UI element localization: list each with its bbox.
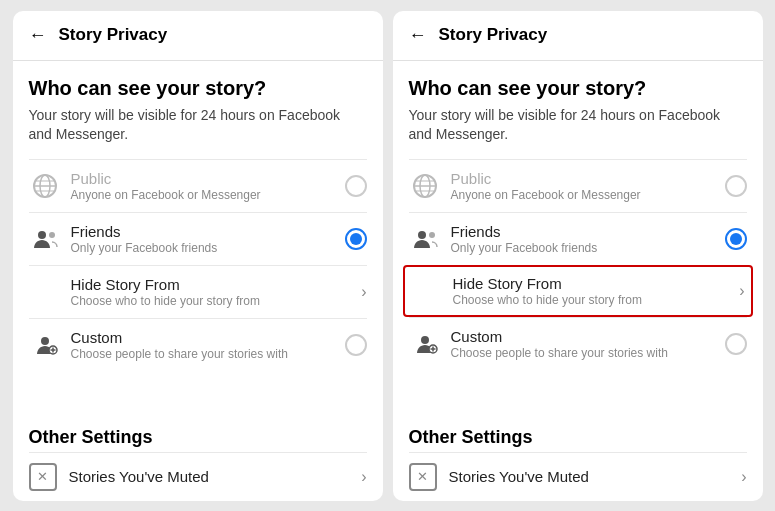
left-public-radio[interactable] [345, 175, 367, 197]
left-content: Who can see your story? Your story will … [13, 61, 383, 413]
mute-icon-x: ✕ [37, 469, 48, 484]
right-public-label: Public [451, 170, 725, 187]
svg-point-16 [418, 231, 426, 239]
left-friends-radio[interactable] [345, 228, 367, 250]
left-hide-story-text: Hide Story From Choose who to hide your … [71, 276, 362, 308]
svg-point-18 [421, 336, 429, 344]
right-option-custom[interactable]: Custom Choose people to share your stori… [409, 317, 747, 370]
custom-icon [29, 329, 61, 361]
left-custom-sublabel: Choose people to share your stories with [71, 347, 345, 361]
right-mute-icon: ✕ [409, 463, 437, 491]
right-content: Who can see your story? Your story will … [393, 61, 763, 413]
right-hide-story-chevron: › [739, 282, 744, 300]
right-custom-text: Custom Choose people to share your stori… [451, 328, 725, 360]
left-section-title: Who can see your story? [29, 77, 367, 100]
left-section-desc: Your story will be visible for 24 hours … [29, 106, 367, 145]
left-muted-label: Stories You've Muted [69, 468, 362, 485]
right-other-settings: Other Settings ✕ Stories You've Muted › [393, 413, 763, 501]
right-header: ← Story Privacy [393, 11, 763, 61]
left-custom-text: Custom Choose people to share your stori… [71, 329, 345, 361]
right-option-hide-story[interactable]: Hide Story From Choose who to hide your … [403, 265, 753, 317]
right-muted-stories-row[interactable]: ✕ Stories You've Muted › [409, 452, 747, 501]
right-public-radio[interactable] [725, 175, 747, 197]
right-custom-radio[interactable] [725, 333, 747, 355]
right-section-desc: Your story will be visible for 24 hours … [409, 106, 747, 145]
left-back-button[interactable]: ← [29, 25, 47, 46]
left-friends-text: Friends Only your Facebook friends [71, 223, 345, 255]
right-custom-sublabel: Choose people to share your stories with [451, 346, 725, 360]
left-option-friends[interactable]: Friends Only your Facebook friends [29, 212, 367, 265]
svg-point-6 [49, 232, 55, 238]
right-option-friends[interactable]: Friends Only your Facebook friends [409, 212, 747, 265]
right-public-text: Public Anyone on Facebook or Messenger [451, 170, 725, 202]
right-muted-label: Stories You've Muted [449, 468, 742, 485]
right-other-title: Other Settings [409, 427, 747, 448]
left-friends-sublabel: Only your Facebook friends [71, 241, 345, 255]
left-hide-story-chevron: › [361, 283, 366, 301]
left-public-text: Public Anyone on Facebook or Messenger [71, 170, 345, 202]
left-panel: ← Story Privacy Who can see your story? … [13, 11, 383, 501]
left-header: ← Story Privacy [13, 11, 383, 61]
right-friends-label: Friends [451, 223, 725, 240]
right-hide-story-sublabel: Choose who to hide your story from [453, 293, 740, 307]
left-custom-radio[interactable] [345, 334, 367, 356]
right-custom-icon [409, 328, 441, 360]
svg-point-17 [429, 232, 435, 238]
right-hide-story-text: Hide Story From Choose who to hide your … [453, 275, 740, 307]
globe-icon [29, 170, 61, 202]
right-header-title: Story Privacy [439, 25, 548, 45]
left-option-public[interactable]: Public Anyone on Facebook or Messenger [29, 159, 367, 212]
left-friends-label: Friends [71, 223, 345, 240]
left-hide-story-sublabel: Choose who to hide your story from [71, 294, 362, 308]
right-muted-chevron: › [741, 468, 746, 486]
left-other-title: Other Settings [29, 427, 367, 448]
right-globe-icon [409, 170, 441, 202]
left-hide-story-label: Hide Story From [71, 276, 362, 293]
mute-icon: ✕ [29, 463, 57, 491]
right-friends-radio[interactable] [725, 228, 747, 250]
left-custom-label: Custom [71, 329, 345, 346]
svg-point-7 [41, 337, 49, 345]
right-public-sublabel: Anyone on Facebook or Messenger [451, 188, 725, 202]
left-option-hide-story[interactable]: Hide Story From Choose who to hide your … [29, 265, 367, 318]
svg-point-5 [38, 231, 46, 239]
right-mute-icon-x: ✕ [417, 469, 428, 484]
right-friends-icon [409, 223, 441, 255]
right-option-public[interactable]: Public Anyone on Facebook or Messenger [409, 159, 747, 212]
right-hide-story-label: Hide Story From [453, 275, 740, 292]
left-public-sublabel: Anyone on Facebook or Messenger [71, 188, 345, 202]
left-public-label: Public [71, 170, 345, 187]
left-header-title: Story Privacy [59, 25, 168, 45]
left-option-custom[interactable]: Custom Choose people to share your stori… [29, 318, 367, 371]
right-friends-sublabel: Only your Facebook friends [451, 241, 725, 255]
right-custom-label: Custom [451, 328, 725, 345]
left-muted-stories-row[interactable]: ✕ Stories You've Muted › [29, 452, 367, 501]
right-section-title: Who can see your story? [409, 77, 747, 100]
right-panel: ← Story Privacy Who can see your story? … [393, 11, 763, 501]
right-friends-text: Friends Only your Facebook friends [451, 223, 725, 255]
right-back-button[interactable]: ← [409, 25, 427, 46]
left-muted-chevron: › [361, 468, 366, 486]
left-other-settings: Other Settings ✕ Stories You've Muted › [13, 413, 383, 501]
friends-icon [29, 223, 61, 255]
